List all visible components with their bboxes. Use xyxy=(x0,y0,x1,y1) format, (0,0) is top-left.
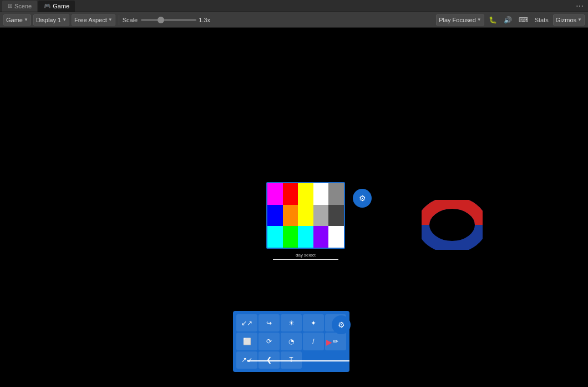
aspect-dropdown-arrow: ▼ xyxy=(108,17,113,22)
tool-button-0[interactable]: ↙↗ xyxy=(236,314,257,331)
tab-game[interactable]: 🎮 Game xyxy=(38,1,75,12)
keyboard-icon-button[interactable]: ⌨ xyxy=(516,14,530,26)
game-dropdown[interactable]: Game ▼ xyxy=(3,14,31,26)
scale-slider[interactable] xyxy=(141,19,196,21)
scale-value: 1.3x xyxy=(199,17,210,23)
blue-circle-bottom-button[interactable]: ⚙ xyxy=(332,315,351,334)
tool-button-3[interactable]: ✦ xyxy=(303,314,324,331)
color-cell xyxy=(313,226,329,248)
tab-more-button[interactable]: ⋯ xyxy=(576,2,586,11)
color-cell xyxy=(328,226,344,248)
display-dropdown-label: Display 1 xyxy=(36,17,61,23)
scale-label: Scale xyxy=(123,17,138,23)
game-toolbar: Game ▼ Display 1 ▼ Free Aspect ▼ Scale 1… xyxy=(0,12,588,28)
play-focused-label: Play Focused xyxy=(439,17,476,23)
color-cell xyxy=(267,226,283,248)
color-cell xyxy=(267,183,283,205)
scene-tab-icon: ⊞ xyxy=(8,3,12,9)
bug-icon-button[interactable]: 🐛 xyxy=(486,14,499,26)
color-cell xyxy=(298,226,313,248)
color-cell xyxy=(298,205,313,227)
svg-point-1 xyxy=(437,214,468,236)
audio-icon-button[interactable]: 🔊 xyxy=(501,14,514,26)
scale-slider-container[interactable]: 1.3x xyxy=(141,17,210,23)
color-cell xyxy=(313,205,329,227)
tool-button-5[interactable]: ⬜ xyxy=(236,333,257,350)
tool-button-2[interactable]: ☀ xyxy=(281,314,302,331)
color-cell xyxy=(283,205,298,227)
torus-object xyxy=(422,200,483,250)
game-dropdown-label: Game xyxy=(6,17,23,23)
blue-circle-top-icon: ⚙ xyxy=(359,194,366,203)
aspect-dropdown[interactable]: Free Aspect ▼ xyxy=(72,14,115,26)
tab-bar: ⊞ Scene 🎮 Game ⋯ xyxy=(0,0,588,12)
color-cell xyxy=(267,205,283,227)
gizmos-label: Gizmos xyxy=(556,17,576,23)
gizmos-arrow: ▼ xyxy=(577,17,582,22)
color-cell xyxy=(328,205,344,227)
color-cell xyxy=(283,226,298,248)
color-cell xyxy=(298,183,313,205)
display-dropdown[interactable]: Display 1 ▼ xyxy=(33,14,69,26)
tool-panel-underline xyxy=(247,360,349,361)
color-cell xyxy=(313,183,329,205)
tab-scene[interactable]: ⊞ Scene xyxy=(2,1,37,12)
game-viewport: day select ⚙ ↙↗↪☀✦⌐⬜⟳◔/✏↗↙❮T ⚙ ▶ xyxy=(0,28,588,387)
tool-button-9[interactable]: ✏ xyxy=(325,333,346,350)
game-tab-label: Game xyxy=(53,3,69,9)
display-dropdown-arrow: ▼ xyxy=(62,17,67,22)
color-grid xyxy=(267,183,344,248)
game-dropdown-arrow: ▼ xyxy=(24,17,28,22)
game-tab-icon: 🎮 xyxy=(44,3,50,9)
play-focused-arrow: ▼ xyxy=(477,17,481,22)
gizmos-dropdown[interactable]: Gizmos ▼ xyxy=(553,14,585,26)
tool-panel: ↙↗↪☀✦⌐⬜⟳◔/✏↗↙❮T xyxy=(233,311,349,372)
tool-button-1[interactable]: ↪ xyxy=(258,314,280,331)
color-card-underline xyxy=(273,259,338,260)
color-cell xyxy=(328,183,344,205)
blue-circle-top-button[interactable]: ⚙ xyxy=(353,189,372,208)
separator-1 xyxy=(119,15,119,25)
color-test-card: day select xyxy=(266,182,345,249)
tool-button-8[interactable]: / xyxy=(303,333,324,350)
aspect-dropdown-label: Free Aspect xyxy=(74,17,107,23)
color-cell xyxy=(283,183,298,205)
blue-circle-bottom-icon: ⚙ xyxy=(338,320,345,329)
color-card-label: day select xyxy=(296,253,316,258)
play-focused-dropdown[interactable]: Play Focused ▼ xyxy=(436,14,484,26)
scale-slider-thumb xyxy=(158,17,164,23)
scene-tab-label: Scene xyxy=(14,3,32,9)
stats-button[interactable]: Stats xyxy=(533,14,551,26)
tool-button-7[interactable]: ◔ xyxy=(281,333,302,350)
tool-button-6[interactable]: ⟳ xyxy=(258,333,280,350)
